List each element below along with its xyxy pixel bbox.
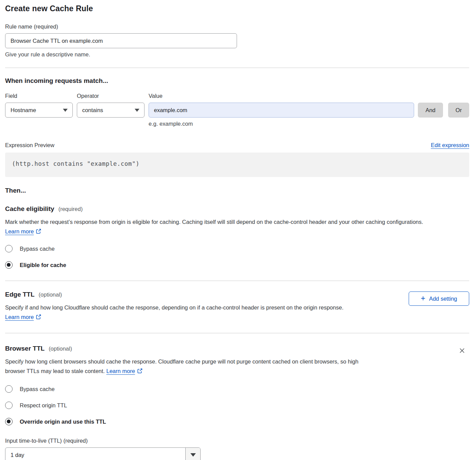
radio-icon xyxy=(5,245,13,252)
divider xyxy=(5,281,469,281)
expression-code: (http.host contains "example.com") xyxy=(12,160,139,167)
cache-eligibility-description: Mark whether the request’s response from… xyxy=(5,217,461,236)
external-link-icon xyxy=(36,314,41,320)
optional-badge: (optional) xyxy=(39,291,62,298)
learn-more-text: Learn more xyxy=(5,314,34,320)
radio-checked-icon xyxy=(5,261,13,269)
edge-ttl-section-header: Edge TTL (optional) Specify if and how l… xyxy=(5,291,469,322)
operator-select-value: contains xyxy=(82,107,103,113)
radio-eligible-for-cache[interactable]: Eligible for cache xyxy=(5,261,469,269)
value-help: e.g. example.com xyxy=(149,121,469,127)
edge-ttl-title: Edge TTL xyxy=(5,291,35,298)
radio-icon xyxy=(5,385,13,393)
radio-label: Bypass cache xyxy=(20,246,55,252)
rule-name-help: Give your rule a descriptive name. xyxy=(5,51,469,58)
operator-select[interactable]: contains xyxy=(77,103,144,118)
field-label: Field xyxy=(5,93,77,99)
chevron-down-icon xyxy=(190,453,196,457)
plus-icon: + xyxy=(421,295,425,302)
page-title: Create new Cache Rule xyxy=(5,4,469,13)
ttl-select-arrow-button[interactable] xyxy=(185,448,200,460)
rule-name-input[interactable] xyxy=(5,33,237,48)
field-select-value: Hostname xyxy=(11,107,36,113)
match-labels-row: Field Operator Value xyxy=(5,93,469,99)
divider xyxy=(5,333,469,333)
expression-header: Expression Preview Edit expression xyxy=(5,142,469,148)
chevron-down-icon xyxy=(135,109,139,112)
ttl-select-value: 1 day xyxy=(5,448,185,460)
external-link-icon xyxy=(137,368,143,374)
create-cache-rule-page: Create new Cache Rule Rule name (require… xyxy=(0,0,476,460)
browser-ttl-left: Browser TTL (optional) Specify how long … xyxy=(5,345,376,376)
browser-ttl-section-header: Browser TTL (optional) Specify how long … xyxy=(5,345,469,376)
radio-override-origin-ttl[interactable]: Override origin and use this TTL xyxy=(5,418,469,425)
chevron-down-icon xyxy=(63,109,68,112)
close-icon xyxy=(458,347,466,354)
browser-ttl-description: Specify how long client browsers should … xyxy=(5,357,376,376)
learn-more-text: Learn more xyxy=(5,228,34,234)
browser-ttl-title: Browser TTL xyxy=(5,345,45,352)
description-text: Specify how long client browsers should … xyxy=(5,358,358,374)
browser-ttl-header: Browser TTL (optional) xyxy=(5,345,376,352)
add-setting-label: Add setting xyxy=(429,296,457,302)
edge-ttl-description: Specify if and how long Cloudflare shoul… xyxy=(5,303,379,322)
match-condition-row: Hostname contains And Or xyxy=(5,103,469,118)
cache-eligibility-title: Cache eligibility xyxy=(5,205,54,213)
radio-bypass-cache[interactable]: Bypass cache xyxy=(5,245,469,252)
and-button[interactable]: And xyxy=(418,103,443,118)
description-text: Specify if and how long Cloudflare shoul… xyxy=(5,304,343,311)
radio-label: Bypass cache xyxy=(20,386,55,392)
edit-expression-link[interactable]: Edit expression xyxy=(431,142,469,148)
radio-respect-origin-ttl[interactable]: Respect origin TTL xyxy=(5,402,469,409)
expression-preview-label: Expression Preview xyxy=(5,142,54,148)
edge-ttl-header: Edge TTL (optional) xyxy=(5,291,379,298)
remove-setting-button[interactable] xyxy=(457,346,467,357)
divider xyxy=(5,68,469,68)
required-badge: (required) xyxy=(58,206,83,212)
radio-label: Respect origin TTL xyxy=(20,402,67,409)
field-select[interactable]: Hostname xyxy=(5,103,73,118)
expression-preview-box: (http.host contains "example.com") xyxy=(5,153,469,177)
value-label: Value xyxy=(149,93,163,99)
edge-ttl-left: Edge TTL (optional) Specify if and how l… xyxy=(5,291,379,322)
then-heading: Then... xyxy=(5,187,469,194)
radio-icon xyxy=(5,402,13,409)
ttl-select[interactable]: 1 day xyxy=(5,447,201,460)
add-setting-button[interactable]: + Add setting xyxy=(409,291,469,306)
radio-bypass-cache[interactable]: Bypass cache xyxy=(5,385,469,393)
match-heading: When incoming requests match... xyxy=(5,77,469,85)
learn-more-link[interactable]: Learn more xyxy=(5,314,41,320)
learn-more-link[interactable]: Learn more xyxy=(106,368,143,374)
description-text: Mark whether the request’s response from… xyxy=(5,219,423,225)
radio-label: Eligible for cache xyxy=(20,262,66,268)
cache-eligibility-header: Cache eligibility (required) xyxy=(5,205,469,213)
cache-eligibility-options: Bypass cache Eligible for cache xyxy=(5,245,469,269)
learn-more-text: Learn more xyxy=(106,368,135,374)
optional-badge: (optional) xyxy=(49,346,72,352)
learn-more-link[interactable]: Learn more xyxy=(5,228,41,234)
ttl-input-label: Input time-to-live (TTL) (required) xyxy=(5,438,469,444)
value-input[interactable] xyxy=(149,103,414,118)
rule-name-label: Rule name (required) xyxy=(5,23,469,30)
browser-ttl-options: Bypass cache Respect origin TTL Override… xyxy=(5,385,469,425)
operator-label: Operator xyxy=(77,93,149,99)
or-button[interactable]: Or xyxy=(448,103,469,118)
external-link-icon xyxy=(36,228,41,234)
radio-checked-icon xyxy=(5,418,13,425)
radio-label: Override origin and use this TTL xyxy=(20,419,106,425)
